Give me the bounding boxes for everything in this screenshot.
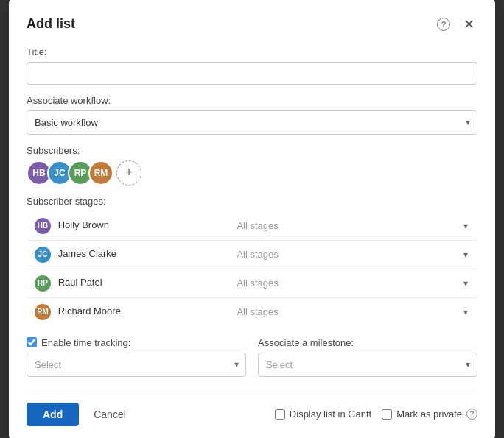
close-button[interactable]: ✕ [460, 15, 477, 33]
cancel-button[interactable]: Cancel [86, 403, 133, 426]
subscriber-name-label: Holly Brown [58, 219, 109, 230]
table-row: RM Richard Moore All stages ▾ [27, 297, 477, 326]
stage-avatar-raul: RP [35, 275, 51, 292]
stage-select-james[interactable]: All stages [237, 249, 469, 260]
modal-overlay: Add list ? ✕ Title: Associate workflow: … [0, 0, 504, 438]
time-tracking-label[interactable]: Enable time tracking: [27, 337, 246, 348]
stage-select-wrapper-holly: All stages ▾ [237, 220, 469, 231]
title-group: Title: [27, 46, 477, 85]
subscriber-name-label: James Clarke [58, 248, 116, 259]
mark-private-help-icon[interactable]: ? [466, 409, 477, 420]
workflow-group: Associate workflow: Basic workflow Stand… [27, 95, 477, 135]
time-tracking-select[interactable]: Select [27, 353, 246, 377]
table-row: JC James Clarke All stages ▾ [27, 240, 477, 269]
subscriber-name-raul: RP Raul Patel [27, 269, 230, 297]
table-row: HB Holly Brown All stages ▾ [27, 211, 477, 240]
subscriber-name-label: Richard Moore [58, 305, 121, 317]
time-tracking-select-wrapper: Select ▾ [27, 353, 246, 377]
time-tracking-text: Enable time tracking: [41, 337, 130, 348]
stage-select-cell-james: All stages ▾ [229, 240, 477, 269]
subscriber-stages-group: Subscriber stages: HB Holly Brown All st… [27, 196, 477, 327]
stage-avatar-james: JC [35, 247, 51, 263]
title-label: Title: [27, 46, 477, 57]
milestone-col: Associate a milestone: Select ▾ [258, 337, 477, 377]
subscribers-label: Subscribers: [27, 145, 477, 156]
stage-select-holly[interactable]: All stages [237, 220, 469, 231]
stage-select-wrapper-richard: All stages ▾ [237, 306, 469, 317]
stage-select-wrapper-raul: All stages ▾ [237, 278, 469, 289]
milestone-select[interactable]: Select [258, 353, 477, 377]
subscriber-name-label: Raul Patel [58, 277, 102, 288]
modal-header-icons: ? ✕ [435, 15, 477, 33]
footer-divider [27, 389, 477, 389]
help-icon: ? [437, 18, 450, 31]
mark-private-label: Mark as private [396, 409, 462, 420]
footer-left: Add Cancel [27, 403, 133, 426]
display-gantt-checkbox[interactable] [275, 409, 285, 420]
stage-select-wrapper-james: All stages ▾ [237, 249, 469, 260]
help-button[interactable]: ? [435, 15, 452, 33]
add-list-modal: Add list ? ✕ Title: Associate workflow: … [9, 0, 495, 438]
workflow-select-wrapper: Basic workflow Standard workflow Custom … [27, 110, 477, 135]
modal-header: Add list ? ✕ [27, 15, 477, 33]
table-row: RP Raul Patel All stages ▾ [27, 269, 477, 297]
stage-avatar-richard: RM [35, 304, 51, 320]
add-subscriber-button[interactable]: + [116, 160, 141, 186]
stage-select-cell-raul: All stages ▾ [229, 269, 477, 297]
workflow-select[interactable]: Basic workflow Standard workflow Custom … [27, 110, 477, 135]
stage-avatar-holly: HB [35, 218, 51, 234]
mark-private-option[interactable]: Mark as private ? [382, 409, 477, 420]
footer-right: Display list in Gantt Mark as private ? [275, 409, 477, 420]
subscriber-stages-table: HB Holly Brown All stages ▾ [27, 211, 477, 327]
avatar-richard: RM [88, 160, 113, 186]
modal-footer: Add Cancel Display list in Gantt Mark as… [27, 400, 477, 426]
display-gantt-label: Display list in Gantt [290, 409, 371, 420]
subscriber-stages-label: Subscriber stages: [27, 196, 477, 207]
subscriber-name-holly: HB Holly Brown [27, 211, 230, 240]
workflow-label: Associate workflow: [27, 95, 477, 106]
milestone-select-wrapper: Select ▾ [258, 353, 477, 377]
stage-select-richard[interactable]: All stages [237, 306, 469, 317]
stage-select-cell-holly: All stages ▾ [229, 211, 477, 240]
time-tracking-checkbox[interactable] [27, 337, 37, 347]
stage-select-raul[interactable]: All stages [237, 278, 469, 289]
time-tracking-col: Enable time tracking: Select ▾ [27, 337, 246, 377]
modal-title: Add list [27, 16, 75, 32]
display-gantt-option[interactable]: Display list in Gantt [275, 409, 371, 420]
title-input[interactable] [27, 62, 477, 85]
add-button[interactable]: Add [27, 403, 79, 426]
bottom-row: Enable time tracking: Select ▾ Associate… [27, 337, 477, 377]
subscribers-row: HB JC RP RM + [27, 160, 477, 186]
milestone-label: Associate a milestone: [258, 337, 477, 348]
close-icon: ✕ [463, 16, 475, 32]
subscriber-name-james: JC James Clarke [27, 240, 230, 269]
subscriber-name-richard: RM Richard Moore [27, 297, 230, 326]
mark-private-checkbox[interactable] [382, 409, 392, 420]
subscribers-group: Subscribers: HB JC RP RM + [27, 145, 477, 186]
stage-select-cell-richard: All stages ▾ [229, 297, 477, 326]
